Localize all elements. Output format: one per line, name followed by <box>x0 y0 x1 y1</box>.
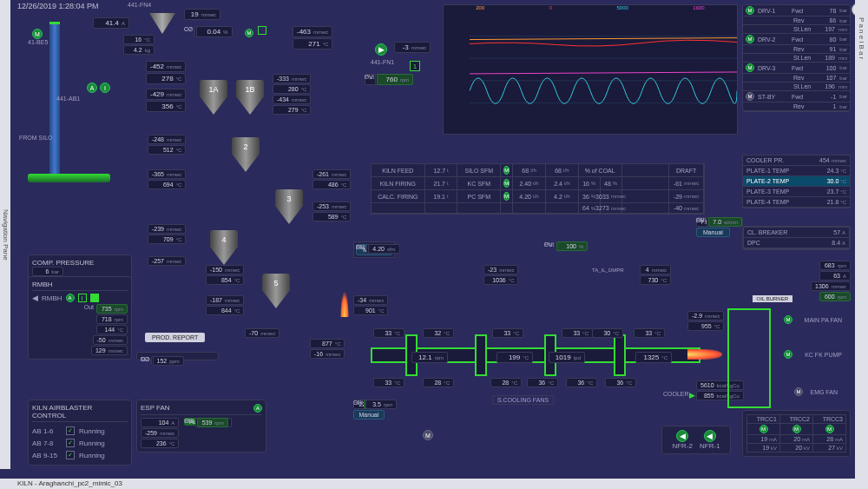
drive-sub: Rev <box>793 46 819 52</box>
neg16: -16mmwc <box>310 349 345 359</box>
rmbh-i[interactable]: I <box>78 294 87 302</box>
ab-checkbox[interactable]: ✓ <box>66 439 75 447</box>
kiln-out-lbl: Out <box>353 400 363 409</box>
left-sidebar[interactable]: Navigation Pane <box>0 0 10 469</box>
kc-sfm-motor[interactable]: M <box>503 179 510 188</box>
row-calcfiring-lbl: CALC. FIRING <box>372 190 425 202</box>
ab-checkbox[interactable]: ✓ <box>66 426 75 435</box>
burner-flame-icon <box>687 349 722 360</box>
fn1-out[interactable]: 760rpm <box>377 74 413 85</box>
plates-panel: COOLER PR.454 mmwc PLATE-1 TEMP24.3 °CPL… <box>742 155 851 208</box>
drive-name: DRV-3 <box>758 65 788 71</box>
rmbh-title: RMBH <box>32 281 128 291</box>
gas-no: 152ppm <box>153 356 184 366</box>
drive-val: 196 <box>823 83 835 89</box>
k-33d: 33°C <box>562 328 593 338</box>
fn1-out-lbl: Out <box>365 74 374 85</box>
cooler-right-arrow[interactable]: ▶ <box>689 391 695 400</box>
trcc2-motor[interactable]: M <box>792 425 801 433</box>
drive-val: 1 <box>823 103 836 109</box>
nfr2-button[interactable]: ◀ <box>676 430 688 442</box>
rmbh-left-arrow[interactable]: ◀ <box>32 294 38 302</box>
cyclone-1b: 1B <box>236 80 264 115</box>
rmbh-motor[interactable]: A <box>66 294 75 302</box>
silo-sfm-motor[interactable]: M <box>503 166 510 175</box>
mid-out[interactable]: 100% <box>556 241 588 251</box>
motor-41be5[interactable]: M <box>32 29 43 39</box>
motor-ab1-a[interactable]: A <box>87 83 97 93</box>
plate-lbl: PLATE-3 TEMP <box>746 188 789 195</box>
bottom-tab-bar[interactable]: KILN - Araghanchi_pc2_mimic_03 <box>0 479 868 489</box>
mid-4mmwc: 4mmwc <box>640 265 671 274</box>
pc-sfm-motor[interactable]: M <box>503 192 510 201</box>
mainpa-motor[interactable]: M <box>784 315 792 324</box>
drive-motor[interactable]: M <box>746 35 754 43</box>
esp-out-lbl: Out <box>184 418 194 427</box>
drive-val: 189 <box>823 55 835 61</box>
kcfk-motor[interactable]: M <box>784 350 792 359</box>
ab-checkbox[interactable]: ✓ <box>66 451 75 459</box>
fn1-run-button[interactable]: ▶ <box>375 43 387 56</box>
k-33e: 33°C <box>634 328 665 338</box>
kiln-drive-motor[interactable]: M <box>423 430 433 440</box>
mid-neg23: -23mmwc <box>483 265 518 274</box>
fan4-hopper <box>149 13 175 34</box>
indicator-o2[interactable]: M <box>245 29 253 37</box>
drive-motor[interactable]: M <box>746 92 754 101</box>
trcc-table: TRCC1TRCC2TRCC3 MMM 19 mA20 mA28 mA 19 k… <box>746 414 846 453</box>
t-278: 278°C <box>146 73 186 84</box>
drive-sub: St.Len <box>793 55 819 61</box>
rmbh-718: 718rpm <box>96 314 128 324</box>
green-box-icon[interactable] <box>258 26 266 35</box>
kiln-manual2[interactable]: Manual <box>353 410 385 420</box>
c1a-t: 280°C <box>273 84 311 94</box>
trcc3-motor[interactable]: M <box>825 425 834 433</box>
drive-val: 80 <box>821 36 836 43</box>
plate-lbl: PLATE-4 TEMP <box>746 199 789 205</box>
oil-burner-button[interactable]: OIL BURNER <box>753 295 792 302</box>
drive-sub: St.Len <box>793 26 819 32</box>
c2-p2: -365mmwc <box>148 169 186 179</box>
rm-manual[interactable]: Manual <box>696 228 730 237</box>
esp-motor[interactable]: A <box>253 404 262 413</box>
co-val: 0.04% <box>196 26 233 37</box>
emg-motor[interactable]: M <box>794 387 803 396</box>
prod-report-button[interactable]: PROD. REPORT <box>145 333 205 342</box>
trend-chart[interactable]: 200 0 5000 1600 <box>443 4 738 135</box>
k-36: 36°C <box>527 378 558 387</box>
esp-104: 104A <box>141 418 179 427</box>
tab-label[interactable]: KILN - Araghanchi_pc2_mimic_03 <box>17 479 122 487</box>
silo-bottom <box>28 174 110 182</box>
r-600[interactable]: 600rpm <box>819 292 851 301</box>
k-199: 199°C <box>496 352 533 363</box>
mainpa-label: MAIN PA FAN <box>805 317 842 323</box>
coal-lbl: % of COAL <box>579 164 622 176</box>
nfr1-button[interactable]: ◀ <box>704 430 716 442</box>
rm-out[interactable]: 7.0st/min <box>708 217 742 227</box>
k-28b: 28°C <box>490 378 522 387</box>
ab-row-lbl: AB 1-6 <box>32 427 62 435</box>
k-1325: 1325°C <box>635 352 672 363</box>
neg70: -70mmwc <box>245 328 279 338</box>
drive-sub: Rev <box>793 103 819 109</box>
mid-out-lbl: Out <box>544 241 554 251</box>
rmbh-out[interactable]: 735rpm <box>96 304 128 314</box>
fn1-status-box[interactable]: 1 <box>410 61 420 71</box>
c4-t: 709°C <box>148 235 186 244</box>
k-36b: 36°C <box>566 378 597 387</box>
row-kilnfiring-lbl: KILN FIRING <box>372 177 425 189</box>
right-sidebar[interactable]: P a n e l B a r <box>855 0 868 489</box>
drive-sub: Rev <box>793 75 819 81</box>
c1a-p: -333mmwc <box>273 74 311 83</box>
burn-neg29: -2.9mmwc <box>687 311 724 320</box>
mid-730: 730°C <box>640 275 671 285</box>
man-out: 4.20sfm <box>368 244 399 254</box>
kc-sfm-lbl: KC SFM <box>457 177 501 189</box>
drive-motor[interactable]: M <box>746 63 754 72</box>
motor-ab1-b[interactable]: I <box>100 83 110 93</box>
trcc1-motor[interactable]: M <box>760 425 768 433</box>
drive-motor[interactable]: M <box>746 6 754 15</box>
drive-val: 86 <box>823 17 836 23</box>
fn1-neg463: -463mmwc <box>293 26 332 37</box>
rmbh-status[interactable] <box>90 294 99 302</box>
